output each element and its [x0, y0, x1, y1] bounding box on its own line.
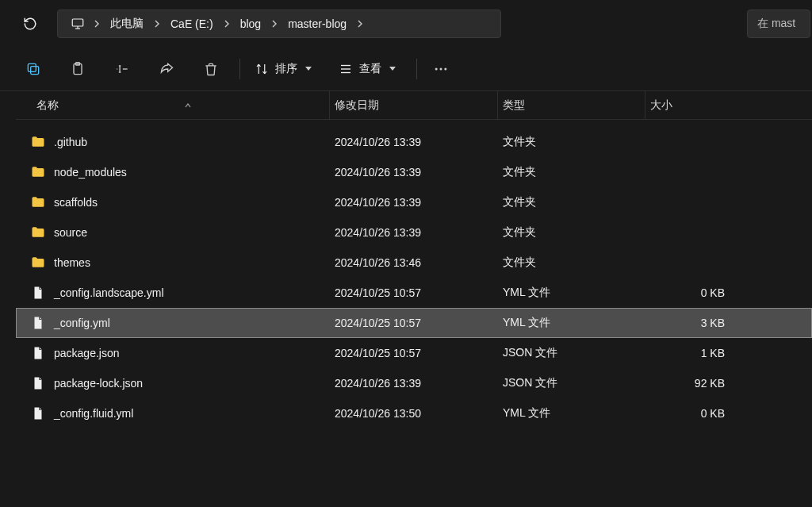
file-row[interactable]: _config.fluid.yml2024/10/26 13:50YML 文件0… — [16, 398, 812, 428]
refresh-icon — [23, 17, 37, 31]
svg-point-10 — [435, 67, 438, 70]
chevron-right-icon — [353, 10, 367, 37]
file-row[interactable]: source2024/10/26 13:39文件夹 — [16, 217, 812, 248]
chevron-right-icon — [267, 10, 282, 37]
sort-label: 排序 — [275, 62, 297, 76]
file-date: 2024/10/26 13:39 — [330, 196, 498, 209]
breadcrumb[interactable]: 此电脑 CaE (E:) blog master-blog — [57, 10, 501, 38]
file-type: YML 文件 — [498, 286, 645, 300]
folder-icon — [30, 134, 46, 150]
column-header-date[interactable]: 修改日期 — [330, 91, 498, 119]
breadcrumb-this-pc[interactable]: 此电脑 — [104, 10, 150, 37]
column-headers: 名称 修改日期 类型 大小 — [16, 91, 812, 120]
rename-icon — [114, 61, 130, 77]
column-header-type[interactable]: 类型 — [498, 91, 645, 119]
chevron-down-icon — [305, 67, 312, 71]
file-date: 2024/10/26 13:39 — [330, 377, 498, 390]
file-type: JSON 文件 — [498, 376, 645, 390]
address-bar: 此电脑 CaE (E:) blog master-blog 在 mast — [0, 0, 812, 47]
view-label: 查看 — [359, 62, 381, 76]
file-name: package.json — [54, 347, 120, 359]
file-type: YML 文件 — [498, 406, 645, 421]
column-header-date-label: 修改日期 — [335, 98, 379, 113]
file-size: 0 KB — [645, 407, 741, 420]
file-name: source — [54, 226, 87, 239]
sort-button[interactable]: 排序 — [248, 53, 318, 85]
svg-rect-3 — [31, 66, 39, 74]
column-header-size[interactable]: 大小 — [645, 91, 741, 119]
folder-icon — [30, 255, 46, 271]
file-icon — [30, 285, 46, 301]
file-date: 2024/10/25 10:57 — [330, 317, 498, 329]
breadcrumb-blog[interactable]: blog — [234, 10, 267, 37]
folder-icon — [30, 194, 46, 210]
file-date: 2024/10/26 13:46 — [330, 256, 498, 269]
file-name: themes — [54, 256, 90, 269]
file-name: node_modules — [54, 166, 127, 179]
share-button[interactable] — [151, 53, 182, 85]
file-row[interactable]: scaffolds2024/10/26 13:39文件夹 — [16, 187, 812, 217]
file-date: 2024/10/25 10:57 — [330, 286, 498, 299]
breadcrumb-master-blog[interactable]: master-blog — [282, 10, 353, 37]
file-row[interactable]: package.json2024/10/25 10:57JSON 文件1 KB — [16, 338, 812, 368]
column-header-size-label: 大小 — [650, 98, 672, 113]
rename-button[interactable] — [106, 53, 138, 85]
file-pane: 名称 修改日期 类型 大小 .github2024/10/26 13:39文件夹… — [0, 91, 812, 507]
file-icon — [30, 375, 46, 391]
file-type: 文件夹 — [498, 165, 645, 179]
delete-button[interactable] — [195, 53, 227, 85]
refresh-button[interactable] — [17, 11, 43, 36]
file-row[interactable]: .github2024/10/26 13:39文件夹 — [16, 127, 812, 157]
file-name: scaffolds — [54, 196, 98, 209]
file-row[interactable]: _config.landscape.yml2024/10/25 10:57YML… — [16, 278, 812, 308]
view-button[interactable]: 查看 — [332, 53, 402, 85]
chevron-right-icon — [90, 10, 104, 37]
file-name: package-lock.json — [54, 377, 143, 390]
chevron-right-icon — [220, 10, 234, 37]
toolbar-separator — [416, 59, 417, 79]
file-type: JSON 文件 — [498, 346, 645, 360]
file-name: _config.landscape.yml — [54, 286, 164, 299]
file-name: _config.yml — [54, 317, 110, 329]
column-header-type-label: 类型 — [503, 98, 525, 113]
svg-point-11 — [440, 67, 442, 70]
column-header-name[interactable]: 名称 — [16, 91, 330, 119]
file-row[interactable]: _config.yml2024/10/25 10:57YML 文件3 KB — [16, 308, 812, 338]
toolbar: 排序 查看 — [0, 47, 812, 91]
folder-icon — [30, 225, 46, 240]
chevron-right-icon — [150, 10, 164, 37]
paste-icon — [70, 61, 86, 77]
paste-button[interactable] — [62, 53, 94, 85]
file-list: 名称 修改日期 类型 大小 .github2024/10/26 13:39文件夹… — [16, 91, 812, 507]
left-gutter — [0, 91, 16, 507]
file-icon — [30, 405, 46, 421]
search-placeholder: 在 mast — [757, 17, 795, 31]
svg-rect-4 — [28, 63, 36, 71]
file-date: 2024/10/26 13:39 — [330, 226, 498, 239]
column-header-name-label: 名称 — [36, 98, 59, 113]
file-type: 文件夹 — [498, 225, 645, 240]
file-type: YML 文件 — [498, 316, 645, 330]
file-name: _config.fluid.yml — [54, 407, 133, 420]
file-icon — [30, 345, 46, 361]
file-row[interactable]: package-lock.json2024/10/26 13:39JSON 文件… — [16, 368, 812, 398]
this-pc-icon[interactable] — [66, 10, 90, 37]
breadcrumb-drive[interactable]: CaE (E:) — [164, 10, 220, 37]
file-size: 3 KB — [645, 317, 741, 329]
file-rows: .github2024/10/26 13:39文件夹 node_modules2… — [16, 120, 812, 428]
svg-rect-0 — [72, 19, 83, 26]
copy-button[interactable] — [17, 53, 49, 85]
file-size: 1 KB — [645, 347, 741, 359]
search-input[interactable]: 在 mast — [747, 10, 810, 38]
file-type: 文件夹 — [498, 195, 645, 209]
folder-icon — [30, 164, 46, 180]
more-button[interactable] — [425, 53, 457, 85]
file-icon — [30, 315, 46, 331]
file-date: 2024/10/25 10:57 — [330, 347, 498, 359]
file-row[interactable]: node_modules2024/10/26 13:39文件夹 — [16, 157, 812, 187]
file-row[interactable]: themes2024/10/26 13:46文件夹 — [16, 248, 812, 278]
view-icon — [339, 62, 353, 76]
sort-icon — [255, 62, 269, 76]
svg-point-12 — [444, 67, 446, 70]
file-date: 2024/10/26 13:39 — [330, 136, 498, 148]
